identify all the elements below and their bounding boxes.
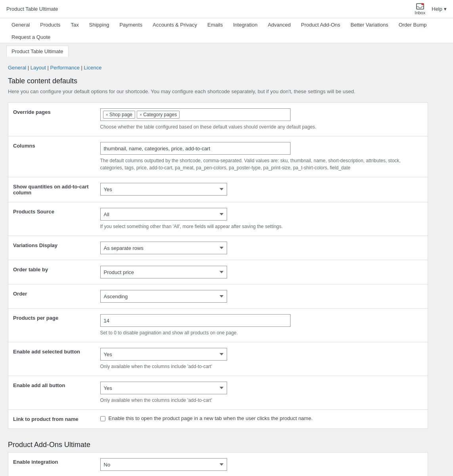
inbox-icon — [416, 3, 424, 10]
inbox-button[interactable]: Inbox — [415, 3, 425, 15]
label-products-source: Products Source — [8, 202, 96, 236]
enable-add-selected-select[interactable]: Yes No — [100, 348, 227, 361]
tab-payments[interactable]: Payments — [114, 18, 147, 31]
label-products-per-page: Products per page — [8, 309, 96, 342]
top-bar: Product Table Ultimate Inbox Help ▾ — [0, 0, 453, 18]
row-order: Order Ascending Descending — [8, 284, 428, 309]
desc-enable-add-selected: Only available when the columns include … — [100, 363, 423, 370]
label-enable-add-all: Enable add all button — [8, 376, 96, 410]
tab-advanced[interactable]: Advanced — [263, 18, 296, 31]
settings-table: Override pages × Shop page × Category pa… — [8, 102, 428, 429]
variations-display-select[interactable]: As separate rows As dropdown Hidden — [100, 242, 227, 254]
cell-override-pages: × Shop page × Category pages Choose whet… — [96, 103, 428, 136]
addons-section-title: Product Add-Ons Ultimate — [8, 441, 428, 449]
tab-request-quote[interactable]: Request a Quote — [6, 31, 55, 43]
breadcrumb: General | Layout | Performance | Licence — [8, 65, 428, 71]
tab-order-bump[interactable]: Order Bump — [394, 18, 432, 31]
link-to-product-label[interactable]: Enable this to open the product page in … — [109, 415, 313, 421]
enable-add-all-select[interactable]: Yes No — [100, 382, 227, 394]
help-button[interactable]: Help ▾ — [432, 6, 447, 12]
label-override-pages: Override pages — [8, 103, 96, 136]
page-title: Table content defaults — [8, 77, 428, 85]
breadcrumb-sep1: | — [26, 65, 31, 71]
cell-variations-display: As separate rows As dropdown Hidden — [96, 236, 428, 260]
desc-columns: The default columns outputted by the sho… — [100, 157, 423, 171]
top-bar-right: Inbox Help ▾ — [415, 3, 447, 15]
cell-order: Ascending Descending — [96, 284, 428, 309]
row-variations-display: Variations Display As separate rows As d… — [8, 236, 428, 260]
tab-tax[interactable]: Tax — [66, 18, 84, 31]
cell-enable-add-selected: Yes No Only available when the columns i… — [96, 342, 428, 376]
breadcrumb-sep3: | — [80, 65, 84, 71]
app-title: Product Table Ultimate — [6, 6, 58, 12]
cell-order-table-by: Product price Product name Date Menu ord… — [96, 260, 428, 284]
row-link-to-product: Link to product from name Enable this to… — [8, 410, 428, 429]
row-override-pages: Override pages × Shop page × Category pa… — [8, 103, 428, 136]
desc-products-source: If you select something other than 'All'… — [100, 223, 423, 230]
label-variations-display: Variations Display — [8, 236, 96, 260]
row-products-per-page: Products per page Set to 0 to disable pa… — [8, 309, 428, 342]
inbox-label: Inbox — [415, 10, 425, 15]
row-show-quantities: Show quantities on add-to-cart column Ye… — [8, 177, 428, 202]
breadcrumb-general[interactable]: General — [8, 65, 26, 71]
label-order: Order — [8, 284, 96, 309]
svg-point-1 — [421, 3, 424, 5]
tag-label-category: Category pages — [143, 112, 177, 117]
tab-shipping[interactable]: Shipping — [84, 18, 115, 31]
cell-link-to-product: Enable this to open the product page in … — [96, 410, 428, 429]
tab-products[interactable]: Products — [35, 18, 65, 31]
show-quantities-select[interactable]: Yes No — [100, 183, 227, 196]
cell-enable-add-all: Yes No Only available when the columns i… — [96, 376, 428, 410]
override-pages-tag-input[interactable]: × Shop page × Category pages — [100, 108, 291, 121]
row-columns: Columns The default columns outputted by… — [8, 136, 428, 177]
tab-integration[interactable]: Integration — [228, 18, 262, 31]
enable-integration-select[interactable]: No Yes — [100, 458, 227, 471]
breadcrumb-performance[interactable]: Performance — [50, 65, 80, 71]
addons-settings-table: Enable integration No Yes Enable quickvi… — [8, 452, 428, 476]
label-order-table-by: Order table by — [8, 260, 96, 284]
label-show-quantities: Show quantities on add-to-cart column — [8, 177, 96, 202]
sub-tab-row: Product Table Ultimate — [0, 43, 453, 57]
desc-products-per-page: Set to 0 to disable pagination and show … — [100, 329, 423, 336]
row-products-source: Products Source All Category Tag If you … — [8, 202, 428, 236]
products-per-page-input[interactable] — [100, 314, 291, 327]
label-enable-integration: Enable integration — [8, 453, 96, 476]
tag-category-pages: × Category pages — [137, 111, 180, 119]
tab-general[interactable]: General — [6, 18, 35, 31]
products-source-select[interactable]: All Category Tag — [100, 208, 227, 221]
tag-x-shop[interactable]: × — [106, 112, 108, 117]
columns-input[interactable] — [100, 142, 291, 155]
tab-accounts-privacy[interactable]: Accounts & Privacy — [147, 18, 202, 31]
tag-x-category[interactable]: × — [140, 112, 142, 117]
tab-better-variations[interactable]: Better Variations — [346, 18, 394, 31]
order-table-by-select[interactable]: Product price Product name Date Menu ord… — [100, 266, 227, 278]
link-to-product-checkbox-row: Enable this to open the product page in … — [100, 415, 423, 421]
nav-tabs-area: General Products Tax Shipping Payments A… — [0, 18, 453, 43]
row-enable-add-selected: Enable add selected button Yes No Only a… — [8, 342, 428, 376]
tag-shop-page: × Shop page — [103, 111, 136, 119]
tab-product-addons[interactable]: Product Add-Ons — [296, 18, 346, 31]
cell-show-quantities: Yes No — [96, 177, 428, 202]
desc-enable-add-all: Only available when the columns include … — [100, 397, 423, 404]
cell-products-source: All Category Tag If you select something… — [96, 202, 428, 236]
tag-label-shop: Shop page — [109, 112, 132, 117]
row-enable-integration: Enable integration No Yes — [8, 453, 428, 476]
cell-enable-integration: No Yes — [96, 453, 428, 476]
cell-products-per-page: Set to 0 to disable pagination and show … — [96, 309, 428, 342]
breadcrumb-layout[interactable]: Layout — [31, 65, 46, 71]
page-content: General | Layout | Performance | Licence… — [0, 57, 436, 476]
label-link-to-product: Link to product from name — [8, 410, 96, 429]
cell-columns: The default columns outputted by the sho… — [96, 136, 428, 177]
order-select[interactable]: Ascending Descending — [100, 290, 227, 303]
breadcrumb-licence[interactable]: Licence — [84, 65, 102, 71]
sub-tab-product-table-ultimate[interactable]: Product Table Ultimate — [6, 46, 69, 57]
help-label: Help — [432, 6, 442, 12]
chevron-down-icon: ▾ — [444, 6, 447, 12]
label-columns: Columns — [8, 136, 96, 177]
link-to-product-checkbox[interactable] — [100, 416, 105, 421]
page-description: Here you can configure your default opti… — [8, 88, 428, 94]
label-enable-add-selected: Enable add selected button — [8, 342, 96, 376]
tab-emails[interactable]: Emails — [202, 18, 228, 31]
desc-override-pages: Choose whether the table configured base… — [100, 123, 423, 131]
main-nav-tabs: General Products Tax Shipping Payments A… — [6, 18, 447, 43]
